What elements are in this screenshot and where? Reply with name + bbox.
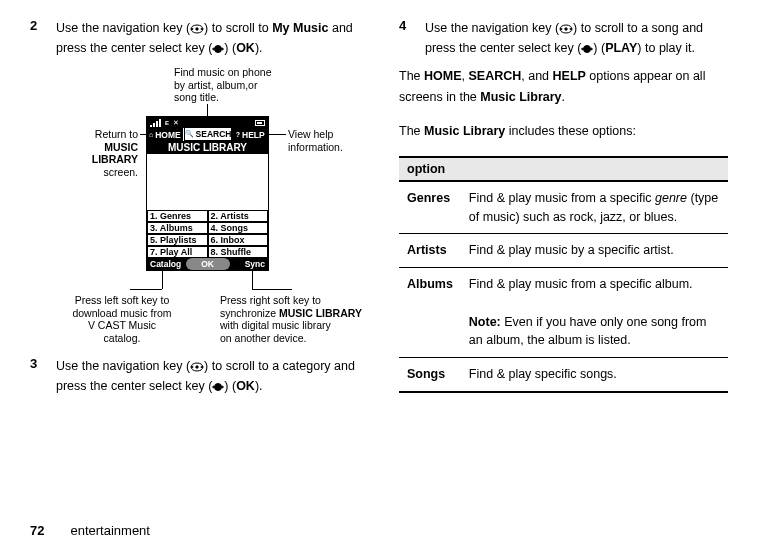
text: View help — [288, 128, 333, 140]
center-key-icon — [581, 41, 593, 55]
softkey-right[interactable]: Sync — [230, 259, 269, 269]
text: MUSIC LIBRARY — [92, 141, 138, 166]
text: song title. — [174, 91, 219, 103]
left-column: 2 Use the navigation key () to scroll to… — [30, 18, 359, 404]
text: Find music on phone — [174, 66, 271, 78]
svg-point-12 — [213, 386, 215, 388]
softkey-center[interactable]: OK — [186, 258, 230, 270]
nav-search[interactable]: 🔍SEARCH — [184, 128, 233, 141]
text: SEARCH — [468, 69, 521, 83]
text: Use the navigation key ( — [425, 21, 559, 35]
phone-diagram: Find music on phone by artist, album,or … — [30, 66, 359, 356]
option-name: Genres — [399, 181, 461, 234]
text: screen. — [104, 166, 138, 178]
menu-item[interactable]: 6. Inbox — [208, 234, 269, 246]
menu-item[interactable]: 8. Shuffle — [208, 246, 269, 258]
softkey-bar: Catalog OK Sync — [147, 258, 268, 270]
step-number: 2 — [30, 18, 56, 58]
menu-item[interactable]: 5. Playlists — [147, 234, 208, 246]
nav-key-icon — [559, 21, 573, 35]
page-columns: 2 Use the navigation key () to scroll to… — [30, 18, 728, 404]
menu-item[interactable]: 2. Artists — [208, 210, 269, 222]
text: Use the navigation key ( — [56, 21, 190, 35]
option-name: Artists — [399, 234, 461, 268]
svg-point-15 — [565, 28, 567, 30]
text: The — [399, 124, 424, 138]
leader-line — [252, 289, 292, 290]
softkey-left[interactable]: Catalog — [147, 259, 186, 269]
action: PLAY — [605, 41, 637, 55]
text: The — [399, 69, 424, 83]
menu-item[interactable]: 4. Songs — [208, 222, 269, 234]
step-text: Use the navigation key () to scroll to a… — [56, 356, 359, 396]
text: ) ( — [224, 379, 236, 393]
svg-point-8 — [196, 366, 198, 368]
ev-icon: E — [165, 120, 169, 126]
phone-mockup: E ✕ ⌂HOME 🔍SEARCH ?HELP MUSIC LIBRARY 1.… — [146, 116, 269, 271]
nav-help[interactable]: ?HELP — [232, 128, 268, 141]
options-table: option Genres Find & play music from a s… — [399, 156, 728, 393]
table-row: Artists Find & play music by a specific … — [399, 234, 728, 268]
text: Even if you have only one song from an a… — [469, 315, 707, 348]
menu-item[interactable]: 1. Genres — [147, 210, 208, 222]
text: Find & play music from a specific — [469, 191, 655, 205]
leader-line — [252, 271, 253, 289]
svg-point-1 — [196, 28, 198, 30]
nav-key-icon — [190, 359, 204, 373]
section-name: entertainment — [70, 523, 150, 538]
text: information. — [288, 141, 343, 153]
menu-item[interactable]: 7. Play All — [147, 246, 208, 258]
center-key-icon — [212, 379, 224, 393]
text: with digital music library — [220, 319, 331, 331]
menu-grid: 1. Genres 2. Artists 3. Albums 4. Songs … — [147, 210, 268, 258]
text: catalog. — [104, 332, 141, 344]
option-name: Songs — [399, 358, 461, 392]
center-key-icon — [212, 41, 224, 55]
right-column: 4 Use the navigation key () to scroll to… — [399, 18, 728, 404]
svg-point-4 — [215, 46, 222, 53]
text: by artist, album,or — [174, 79, 257, 91]
callout-right: View help information. — [288, 128, 343, 153]
text: synchronize — [220, 307, 279, 319]
label: HELP — [242, 130, 265, 140]
label: SEARCH — [196, 129, 232, 139]
paragraph: The HOME, SEARCH, and HELP options appea… — [399, 66, 728, 107]
option-name: Albums — [399, 268, 461, 358]
step-text: Use the navigation key () to scroll to a… — [425, 18, 728, 58]
signal-icon — [150, 119, 161, 127]
option-desc: Find & play music from a specific genre … — [461, 181, 728, 234]
step-4: 4 Use the navigation key () to scroll to… — [399, 18, 728, 58]
text: Return to — [95, 128, 138, 140]
table-row: Songs Find & play specific songs. — [399, 358, 728, 392]
leader-line — [130, 289, 162, 290]
text: HELP — [553, 69, 586, 83]
svg-point-3 — [201, 28, 203, 30]
text: ) ( — [224, 41, 236, 55]
text: Find & play music from a specific album. — [469, 277, 693, 291]
text: ) to scroll to — [204, 21, 272, 35]
target: My Music — [272, 21, 328, 35]
step-3: 3 Use the navigation key () to scroll to… — [30, 356, 359, 396]
top-nav: ⌂HOME 🔍SEARCH ?HELP — [147, 128, 268, 141]
text: Music Library — [424, 124, 505, 138]
note-label: Note: — [469, 315, 501, 329]
callout-top: Find music on phone by artist, album,or … — [174, 66, 271, 104]
action: OK — [236, 379, 255, 393]
menu-item[interactable]: 3. Albums — [147, 222, 208, 234]
text: genre — [655, 191, 687, 205]
callout-bottom-left: Press left soft key to download music fr… — [62, 294, 182, 344]
svg-point-2 — [192, 28, 194, 30]
step-number: 3 — [30, 356, 56, 396]
nav-home[interactable]: ⌂HOME — [147, 128, 184, 141]
step-text: Use the navigation key () to scroll to M… — [56, 18, 359, 58]
text: V CAST Music — [88, 319, 156, 331]
text: ). — [255, 41, 263, 55]
action: OK — [236, 41, 255, 55]
option-desc: Find & play specific songs. — [461, 358, 728, 392]
svg-point-18 — [584, 46, 591, 53]
content-area — [147, 154, 268, 210]
option-desc: Find & play music by a specific artist. — [461, 234, 728, 268]
text: ) ( — [593, 41, 605, 55]
help-icon: ? — [236, 131, 240, 138]
leader-line — [162, 271, 163, 289]
